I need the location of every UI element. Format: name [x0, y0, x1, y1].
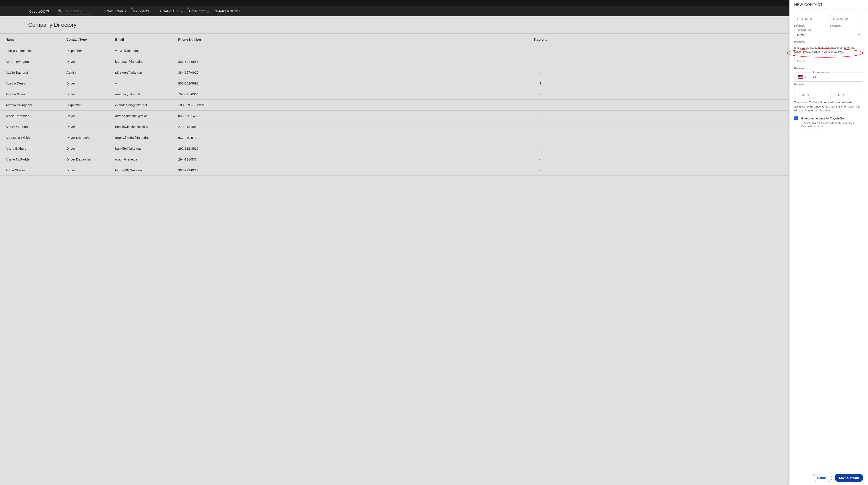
- table-row[interactable]: Alonzo5 BorlandDriverhodkiewicz.haskell@…: [0, 121, 868, 132]
- nav-my-fleet[interactable]: MY FLEET: [189, 9, 208, 13]
- trailer-number-field[interactable]: [830, 90, 863, 99]
- table-row[interactable]: Agatha DillinghamDispatchercvandervort@f…: [0, 100, 868, 111]
- nav-load-board[interactable]: LOAD BOARD: [105, 9, 126, 13]
- col-header-phone[interactable]: Phone Number: [178, 37, 226, 41]
- search-wrapper[interactable]: 🔍: [58, 8, 92, 15]
- table-row[interactable]: Adolfo BathurstAdminpkreiger@fake.dat384…: [0, 67, 868, 78]
- brand-logo[interactable]: CoyoteGO ➔: [29, 9, 50, 14]
- cell-phone: 270-218-4968: [178, 125, 226, 129]
- notification-dot-icon: [187, 7, 189, 9]
- table-body: Laticia GodolphinDispatchervito31@fake.d…: [0, 46, 868, 176]
- save-contact-button[interactable]: Save Contact: [835, 474, 863, 482]
- cell-tractor: --: [226, 60, 864, 63]
- cell-name: Agatha Gunn: [6, 92, 66, 96]
- cell-name: Anette McFadden: [6, 158, 66, 161]
- table-row[interactable]: Alecia RamsdenDriveralfredo.3reichel@fak…: [0, 111, 868, 121]
- us-flag-icon: [798, 75, 803, 79]
- email-input[interactable]: [797, 59, 860, 63]
- cell-email: lenora66@fake.dat: [115, 168, 178, 172]
- cell-email: torphy.florida@fake.dat: [115, 136, 178, 139]
- cancel-button[interactable]: Cancel: [813, 474, 832, 482]
- table-row[interactable]: Agatha GunnDrivermhand@fake.dat797-025-6…: [0, 89, 868, 100]
- cell-phone: 294-111-5334: [178, 158, 226, 161]
- phone-required: Required: [794, 83, 863, 86]
- contact-type-select[interactable]: Contact Type Driver: [794, 30, 863, 39]
- drawer-body: Required Required Contact Type Driver Re…: [789, 10, 868, 470]
- cell-phone: 856-602-5893: [178, 81, 226, 85]
- cell-name: Agatha Dillingham: [6, 103, 66, 107]
- directory-table: Name ↑ Contact Type Email Phone Number T…: [0, 33, 868, 176]
- cell-contact-type: Driver: [66, 92, 115, 96]
- cell-email: kaden87@fake.dat: [115, 60, 178, 63]
- cell-tractor: --: [226, 147, 864, 150]
- table-row[interactable]: Laticia GodolphinDispatchervito31@fake.d…: [0, 46, 868, 56]
- cell-name: Anastasia Wickham: [6, 136, 66, 139]
- phone-number-field[interactable]: Phone Number: [810, 73, 863, 82]
- cell-tractor: --: [226, 168, 864, 172]
- cell-tractor: --: [226, 114, 864, 118]
- navbar: CoyoteGO ➔ 🔍 LOAD BOARD MY LOADS FINANCI…: [0, 6, 868, 16]
- cell-phone: 292-182-3512: [178, 147, 226, 150]
- nav-smart-routes[interactable]: SMART ROUTES: [215, 9, 241, 13]
- cell-contact-type: Driver: [66, 147, 115, 150]
- table-row[interactable]: Andra BathurstDriverhank59@fake.dat292-1…: [0, 143, 868, 154]
- col-header-name[interactable]: Name ↑: [6, 37, 66, 41]
- table-row[interactable]: Angla ClowesDriverlenora66@fake.dat383-2…: [0, 165, 868, 176]
- cell-phone: 383-223-8229: [178, 168, 226, 172]
- cell-email: pkreiger@fake.dat: [115, 70, 178, 74]
- cell-name: Abram Byington: [6, 60, 66, 63]
- notification-dot-icon: [131, 7, 133, 9]
- nav-my-loads[interactable]: MY LOADS: [133, 9, 153, 13]
- last-name-required: Required: [830, 24, 863, 27]
- give-access-subtext: This contact will be sent an email to se…: [801, 121, 863, 129]
- cell-contact-type: Dispatcher: [66, 103, 115, 107]
- tractor-number-input[interactable]: [797, 93, 825, 96]
- cell-phone: +380 99 456 3234: [178, 103, 226, 107]
- global-search-input[interactable]: [65, 9, 92, 13]
- nav-financials[interactable]: FINANCIALS: [160, 9, 182, 13]
- contact-type-float-label: Contact Type: [797, 28, 812, 31]
- topbar: What's New | Help: [0, 0, 868, 6]
- last-name-field[interactable]: [830, 14, 863, 23]
- contact-type-info-text: If you would like to add a Contact Type …: [794, 46, 863, 54]
- nav-links: LOAD BOARD MY LOADS FINANCIALS MY FLEET …: [105, 9, 241, 13]
- main-area: What's New | Help CoyoteGO ➔ 🔍 LOAD BOAR…: [0, 0, 868, 485]
- last-name-input[interactable]: [833, 17, 860, 21]
- cell-tractor: 1: [226, 81, 864, 85]
- nav-my-fleet-label: MY FLEET: [189, 9, 205, 13]
- new-contact-drawer: NEW CONTACT Required Required Contact Ty…: [789, 0, 868, 485]
- brand-text: CoyoteGO: [29, 9, 45, 13]
- email-field[interactable]: [794, 57, 863, 66]
- table-row[interactable]: Anette McFaddenDriver Dispatcherrdach@fa…: [0, 154, 868, 165]
- cell-tractor: --: [226, 136, 864, 139]
- cell-name: Andra Bathurst: [6, 147, 66, 150]
- give-access-label: Give user access to CoyoteGo: [801, 117, 844, 120]
- col-header-tractor[interactable]: Tractor #: [226, 37, 864, 41]
- cell-email: hodkiewicz.haskell@fa…: [115, 125, 178, 129]
- col-header-email[interactable]: Email: [115, 37, 178, 41]
- phone-country-select[interactable]: [794, 73, 810, 82]
- give-access-checkbox[interactable]: ✓: [794, 116, 798, 120]
- drawer-title: NEW CONTACT: [789, 0, 868, 10]
- trailer-number-input[interactable]: [833, 93, 860, 96]
- tractor-number-field[interactable]: [794, 90, 827, 99]
- cell-phone: 383-397-9683: [178, 60, 226, 63]
- first-name-field[interactable]: [794, 14, 827, 23]
- cell-phone: 797-025-6364: [178, 92, 226, 96]
- table-row[interactable]: Anastasia WickhamDriver Dispatchertorphy…: [0, 132, 868, 143]
- table-row[interactable]: Abram ByingtonDriverkaden87@fake.dat383-…: [0, 56, 868, 67]
- chevron-down-icon: [180, 9, 183, 12]
- cell-phone: 637-950-5199: [178, 136, 226, 139]
- cell-contact-type: Driver: [66, 114, 115, 118]
- phone-number-input[interactable]: [813, 75, 860, 79]
- contact-type-required: Required: [794, 40, 863, 43]
- cell-phone: 384-997-0622: [178, 70, 226, 74]
- cell-email: rdach@fake.dat: [115, 158, 178, 161]
- logo-arrow-icon: ➔: [46, 8, 50, 13]
- first-name-input[interactable]: [797, 17, 825, 21]
- col-header-contact-type[interactable]: Contact Type: [66, 37, 115, 41]
- drawer-footer: Cancel Save Contact: [789, 470, 868, 485]
- cell-contact-type: Admin: [66, 70, 115, 74]
- table-row[interactable]: Agatha DeringDriver--856-602-58931: [0, 78, 868, 89]
- cell-tractor: --: [226, 92, 864, 96]
